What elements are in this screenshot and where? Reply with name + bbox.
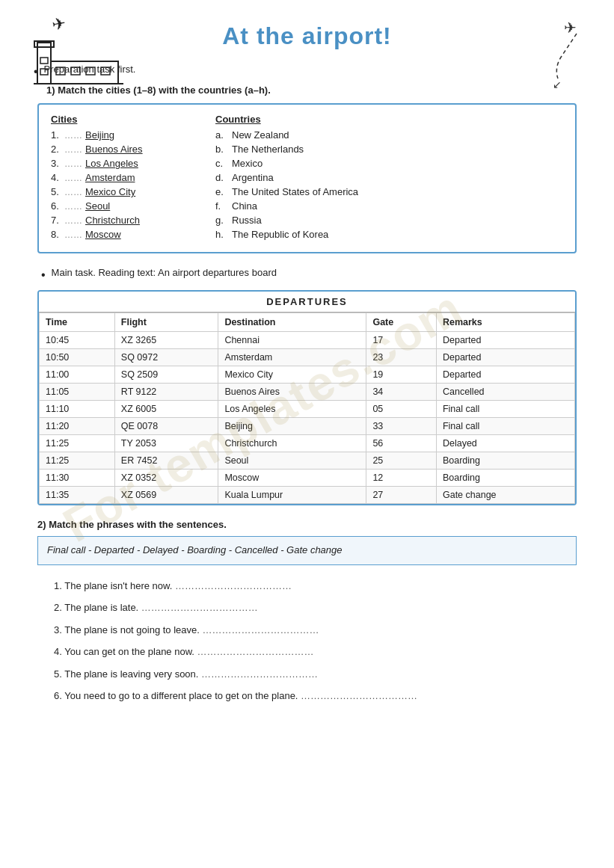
col-time: Time xyxy=(40,313,115,331)
svg-rect-2 xyxy=(40,58,48,64)
list-item: 8. …… Moscow xyxy=(51,229,215,240)
plane-top-icon: ✈ xyxy=(51,14,67,36)
table-row: 11:05RT 9122Buenos Aires34Cancelled xyxy=(40,383,575,400)
table-row: 11:35XZ 0569Kuala Lumpur27Gate change xyxy=(40,486,575,503)
airport-building-icon xyxy=(30,39,127,99)
departures-table-wrapper: DEPARTURES Time Flight Destination Gate … xyxy=(37,290,577,505)
col-destination: Destination xyxy=(218,313,366,331)
list-item: 7. …… Christchurch xyxy=(51,215,215,226)
list-item: a. New Zealand xyxy=(215,129,563,141)
plane-right-area: ✈ ↙ xyxy=(564,19,577,37)
list-item: b. The Netherlands xyxy=(215,144,563,155)
countries-column: Countries a. New Zealand b. The Netherla… xyxy=(215,114,563,243)
list-item: 3. …… Los Angeles xyxy=(51,158,215,169)
svg-rect-7 xyxy=(86,67,95,75)
svg-rect-8 xyxy=(101,67,110,75)
list-item: h. The Republic of Korea xyxy=(215,229,563,240)
sentences-list: 1. The plane isn't here now. ……………………………… xyxy=(37,579,577,704)
departures-table: Time Flight Destination Gate Remarks 10:… xyxy=(39,313,575,504)
list-item: 1. The plane isn't here now. ……………………………… xyxy=(54,579,577,594)
table-row: 10:50SQ 0972Amsterdam23Departed xyxy=(40,348,575,366)
table-row: 10:45XZ 3265Chennai17Departed xyxy=(40,331,575,348)
list-item: 4. …… Amsterdam xyxy=(51,172,215,183)
phrases-box: Final call - Departed - Delayed - Boardi… xyxy=(37,536,577,565)
list-item: 6. …… Seoul xyxy=(51,200,215,212)
table-row: 11:25TY 2053Christchurch56Delayed xyxy=(40,434,575,452)
list-item: 1. …… Beijing xyxy=(51,129,215,141)
task2-label: 2) Match the phrases with the sentences. xyxy=(37,519,577,530)
table-row: 11:10XZ 6005Los Angeles05Final call xyxy=(40,400,575,417)
list-item: c. Mexico xyxy=(215,158,563,169)
col-gate: Gate xyxy=(366,313,437,331)
list-item: d. Argentina xyxy=(215,172,563,183)
cities-column: Cities 1. …… Beijing 2. …… Buenos Aires … xyxy=(51,114,215,243)
list-item: g. Russia xyxy=(215,215,563,226)
cities-header: Cities xyxy=(51,114,215,125)
page-header: ✈ At the airport! ✈ ↙ xyxy=(30,15,584,50)
list-item: f. China xyxy=(215,200,563,212)
departures-title: DEPARTURES xyxy=(39,292,575,313)
table-row: 11:25ER 7452Seoul25Boarding xyxy=(40,452,575,469)
svg-rect-3 xyxy=(40,69,48,75)
table-row: 11:00SQ 2509Mexico City19Departed xyxy=(40,366,575,383)
match-cities-countries-box: Cities 1. …… Beijing 2. …… Buenos Aires … xyxy=(37,103,577,253)
svg-text:↙: ↙ xyxy=(553,79,562,90)
countries-list: a. New Zealand b. The Netherlands c. Mex… xyxy=(215,129,563,240)
svg-rect-5 xyxy=(56,67,65,75)
header-icon-group: ✈ xyxy=(30,15,127,99)
cities-list: 1. …… Beijing 2. …… Buenos Aires 3. …… L… xyxy=(51,129,215,240)
list-item: 2. The plane is late. ……………………………… xyxy=(54,600,577,615)
table-header-row: Time Flight Destination Gate Remarks xyxy=(40,313,575,331)
list-item: e. The United States of America xyxy=(215,186,563,197)
list-item: 3. The plane is not going to leave. …………… xyxy=(54,623,577,638)
departures-intro-label: Main task. Reading text: An airport depa… xyxy=(52,267,277,278)
list-item: 2. …… Buenos Aires xyxy=(51,144,215,155)
col-remarks: Remarks xyxy=(436,313,574,331)
departures-section: • Main task. Reading text: An airport de… xyxy=(37,267,577,505)
col-flight: Flight xyxy=(114,313,218,331)
table-row: 11:30XZ 0352Moscow12Boarding xyxy=(40,469,575,486)
main-content: • Preparation task first. 1) Match the c… xyxy=(30,64,584,704)
list-item: 5. The plane is leaving very soon. ……………… xyxy=(54,667,577,682)
list-item: 6. You need to go to a different place t… xyxy=(54,689,577,704)
departures-intro-item: • Main task. Reading text: An airport de… xyxy=(37,267,577,283)
svg-rect-4 xyxy=(51,61,118,84)
bullet-icon: • xyxy=(41,267,46,283)
dashed-path-icon: ↙ xyxy=(547,30,584,90)
list-item: 5. …… Mexico City xyxy=(51,186,215,197)
list-item: 4. You can get on the plane now. …………………… xyxy=(54,644,577,659)
table-row: 11:20QE 0078Beijing33Final call xyxy=(40,417,575,434)
svg-rect-6 xyxy=(71,67,80,75)
countries-header: Countries xyxy=(215,114,563,125)
